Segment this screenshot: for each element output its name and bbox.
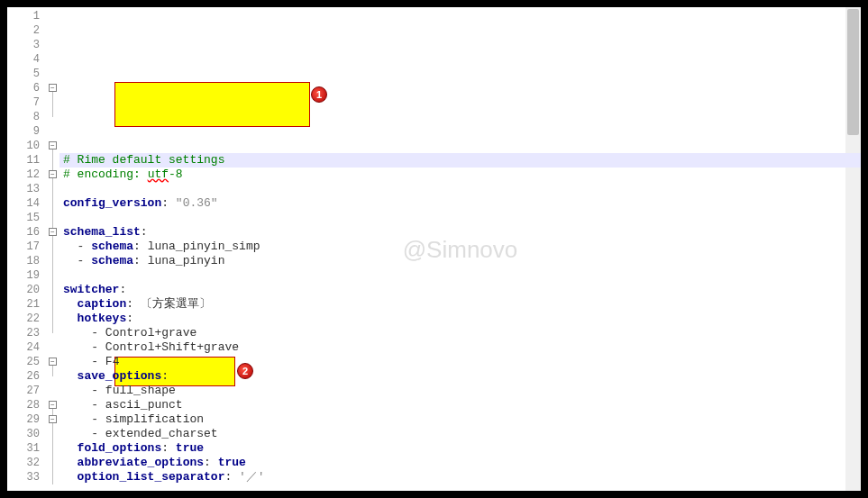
code-line[interactable]: # Rime default settings — [59, 153, 861, 168]
line-number: 8 — [7, 110, 40, 124]
code-line[interactable]: option_list_separator: '／' — [59, 470, 861, 484]
fold-cell — [47, 254, 59, 268]
fold-cell: − — [47, 398, 59, 412]
code-line[interactable]: - full_shape — [59, 384, 861, 398]
fold-cell — [47, 9, 59, 23]
line-number: 7 — [7, 95, 40, 110]
fold-cell — [47, 283, 59, 297]
fold-cell — [47, 95, 59, 110]
fold-cell — [47, 340, 59, 355]
code-line[interactable]: - F4 — [59, 355, 861, 369]
line-number: 25 — [7, 355, 40, 369]
line-number: 17 — [7, 240, 40, 254]
line-number: 2 — [7, 23, 40, 38]
fold-gutter: −−−−−−− — [47, 7, 59, 491]
line-number: 1 — [7, 9, 40, 23]
line-number: 13 — [7, 182, 40, 196]
code-line[interactable]: - simplification — [59, 412, 861, 427]
line-number-gutter: 1234567891011121314151617181920212223242… — [7, 7, 47, 491]
code-line[interactable] — [59, 484, 861, 491]
fold-cell — [47, 240, 59, 254]
fold-cell — [47, 369, 59, 384]
code-line[interactable]: schema_list: — [59, 225, 861, 240]
fold-cell — [47, 153, 59, 168]
fold-cell: − — [47, 412, 59, 427]
line-number: 15 — [7, 211, 40, 225]
highlight-block-1 — [114, 82, 310, 127]
fold-cell — [47, 23, 59, 38]
code-line[interactable]: abbreviate_options: true — [59, 456, 861, 470]
fold-cell: − — [47, 355, 59, 369]
line-number: 9 — [7, 124, 40, 139]
fold-cell — [47, 196, 59, 211]
fold-cell — [47, 268, 59, 283]
fold-cell — [47, 67, 59, 81]
line-number: 24 — [7, 340, 40, 355]
fold-cell: − — [47, 81, 59, 95]
line-number: 28 — [7, 398, 40, 412]
code-line[interactable] — [59, 182, 861, 196]
fold-toggle[interactable]: − — [49, 228, 57, 236]
fold-cell — [47, 297, 59, 312]
fold-toggle[interactable]: − — [49, 415, 57, 423]
code-line[interactable]: - Control+Shift+grave — [59, 340, 861, 355]
editor-window: 1234567891011121314151617181920212223242… — [7, 7, 861, 491]
line-number: 31 — [7, 441, 40, 456]
fold-toggle[interactable]: − — [49, 170, 57, 178]
fold-toggle[interactable]: − — [49, 141, 57, 149]
line-number: 30 — [7, 427, 40, 441]
callout-2: 2 — [237, 363, 253, 379]
fold-toggle[interactable]: − — [49, 358, 57, 366]
fold-cell — [47, 110, 59, 124]
fold-cell — [47, 124, 59, 139]
fold-cell — [47, 312, 59, 326]
line-number: 14 — [7, 196, 40, 211]
code-line[interactable]: hotkeys: — [59, 312, 861, 326]
line-number: 4 — [7, 52, 40, 67]
code-line[interactable]: - Control+grave — [59, 326, 861, 340]
code-content[interactable]: # Rime default settings# encoding: utf-8… — [59, 153, 861, 491]
fold-cell — [47, 211, 59, 225]
line-number: 6 — [7, 81, 40, 95]
fold-toggle[interactable]: − — [49, 84, 57, 92]
line-number: 21 — [7, 297, 40, 312]
code-line[interactable]: - schema: luna_pinyin — [59, 254, 861, 268]
code-line[interactable]: save_options: — [59, 369, 861, 384]
line-number: 32 — [7, 456, 40, 470]
fold-cell — [47, 52, 59, 67]
line-number: 3 — [7, 38, 40, 52]
fold-cell — [47, 326, 59, 340]
fold-cell — [47, 182, 59, 196]
line-number: 20 — [7, 283, 40, 297]
line-number: 33 — [7, 470, 40, 484]
code-line[interactable]: fold_options: true — [59, 441, 861, 456]
code-line[interactable]: caption: 〔方案選單〕 — [59, 297, 861, 312]
fold-cell: − — [47, 139, 59, 153]
code-line[interactable] — [59, 268, 861, 283]
code-line[interactable]: config_version: "0.36" — [59, 196, 861, 211]
code-area[interactable]: @Simnovo 1 2 # Rime default settings# en… — [59, 7, 861, 491]
editor-body: 1234567891011121314151617181920212223242… — [7, 7, 861, 491]
fold-toggle[interactable]: − — [49, 401, 57, 409]
fold-cell — [47, 427, 59, 441]
line-number: 16 — [7, 225, 40, 240]
fold-cell: − — [47, 225, 59, 240]
line-number: 12 — [7, 168, 40, 182]
code-line[interactable] — [59, 211, 861, 225]
fold-cell: − — [47, 168, 59, 182]
line-number: 27 — [7, 384, 40, 398]
fold-cell — [47, 384, 59, 398]
code-line[interactable]: # encoding: utf-8 — [59, 168, 861, 182]
fold-cell — [47, 38, 59, 52]
line-number: 18 — [7, 254, 40, 268]
line-number: 10 — [7, 139, 40, 153]
callout-1: 1 — [311, 86, 327, 103]
code-line[interactable]: switcher: — [59, 283, 861, 297]
code-line[interactable]: - ascii_punct — [59, 398, 861, 412]
line-number: 5 — [7, 67, 40, 81]
line-number: 22 — [7, 312, 40, 326]
code-line[interactable]: - extended_charset — [59, 427, 861, 441]
code-line[interactable]: - schema: luna_pinyin_simp — [59, 240, 861, 254]
line-number: 26 — [7, 369, 40, 384]
scrollbar-thumb[interactable] — [847, 9, 859, 135]
